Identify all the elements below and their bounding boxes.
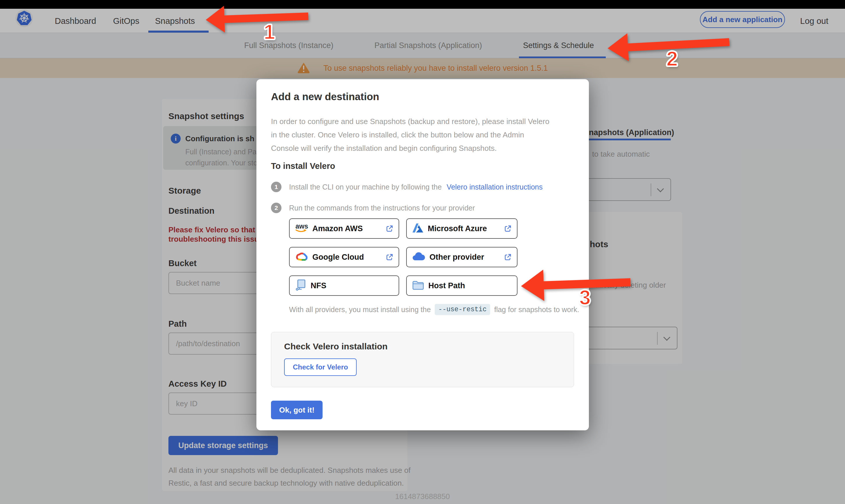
provider-button-aws[interactable]: aws Amazon AWS	[289, 218, 399, 239]
modal-title: Add a new destination	[271, 91, 379, 103]
provider-grid: aws Amazon AWS Microsoft Azu	[289, 218, 517, 296]
svg-text:aws: aws	[296, 222, 308, 230]
check-for-velero-button[interactable]: Check for Velero	[284, 358, 357, 376]
step-2-text: Run the commands from the instructions f…	[289, 204, 475, 212]
step-1-text-plain: Install the CLI on your machine by follo…	[289, 183, 442, 191]
cloud-icon	[412, 252, 425, 263]
annotation-number-1: 1	[264, 20, 275, 44]
install-velero-heading: To install Velero	[271, 161, 335, 171]
check-velero-box: Check Velero installation Check for Vele…	[271, 332, 574, 387]
screen: Dashboard GitOps Snapshots Add a new app…	[0, 0, 845, 504]
annotation-number-3: 3	[579, 286, 591, 309]
top-black-strip	[0, 0, 845, 9]
provider-button-nfs[interactable]: NFS	[289, 275, 399, 296]
provider-button-other[interactable]: Other provider	[406, 247, 517, 267]
modal-intro: In order to configure and use Snapshots …	[271, 115, 551, 155]
check-velero-title: Check Velero installation	[284, 342, 388, 352]
provider-button-host-path[interactable]: Host Path	[406, 275, 517, 296]
google-cloud-icon	[295, 251, 308, 263]
annotation-arrow-3	[521, 266, 633, 302]
provider-label: Host Path	[428, 281, 465, 290]
step-2-badge: 2	[271, 203, 281, 213]
azure-icon	[412, 223, 424, 234]
aws-icon: aws	[295, 222, 308, 235]
annotation-number-2: 2	[666, 47, 678, 70]
step-1-badge: 1	[271, 182, 281, 192]
ok-got-it-button[interactable]: Ok, got it!	[271, 401, 322, 419]
provider-label: Other provider	[429, 253, 484, 262]
external-link-icon	[386, 253, 393, 261]
provider-label: Google Cloud	[312, 253, 364, 262]
external-link-icon	[504, 253, 512, 261]
step-1-text: Install the CLI on your machine by follo…	[289, 183, 543, 191]
restic-note-post: flag for snapshots to work.	[494, 305, 579, 314]
restic-flag-code: --use-restic	[435, 304, 490, 315]
provider-label: NFS	[311, 281, 326, 290]
provider-button-google-cloud[interactable]: Google Cloud	[289, 247, 399, 267]
restic-note-pre: With all providers, you must install usi…	[289, 305, 431, 314]
external-link-icon	[504, 225, 512, 233]
folder-icon	[412, 280, 424, 291]
provider-label: Microsoft Azure	[428, 224, 487, 233]
annotation-arrow-1	[206, 3, 310, 33]
velero-instructions-link[interactable]: Velero installation instructions	[447, 183, 543, 191]
nfs-icon	[295, 279, 306, 292]
external-link-icon	[386, 225, 393, 233]
provider-button-azure[interactable]: Microsoft Azure	[406, 218, 517, 239]
restic-note: With all providers, you must install usi…	[289, 304, 579, 315]
add-destination-modal: Add a new destination In order to config…	[257, 79, 589, 430]
provider-label: Amazon AWS	[312, 224, 363, 233]
